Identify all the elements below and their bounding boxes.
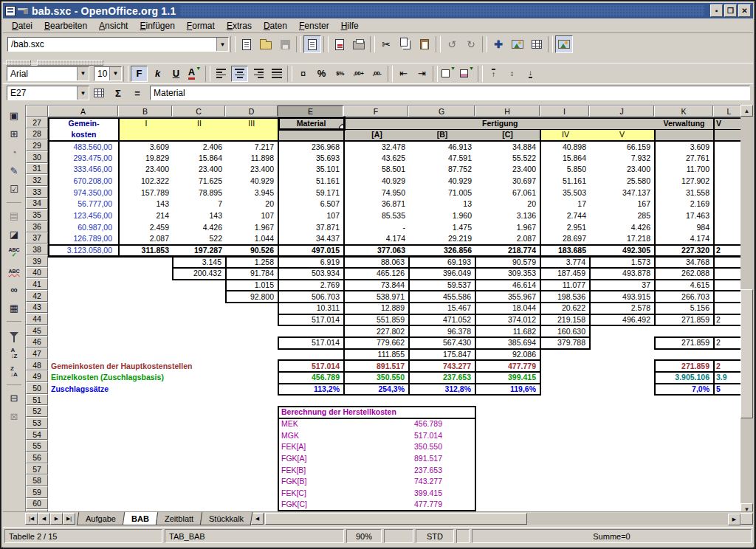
cell[interactable]: 3.609 <box>119 141 173 153</box>
cell[interactable]: Material <box>278 118 344 130</box>
cell[interactable]: 66.159 <box>590 141 655 153</box>
minimize-button[interactable]: ▪ <box>710 4 723 17</box>
row-header-29[interactable]: 29 <box>26 139 48 151</box>
cell[interactable]: 2.459 <box>119 221 173 233</box>
cell[interactable]: 34.437 <box>278 233 344 245</box>
cell[interactable] <box>714 233 744 245</box>
cell[interactable] <box>714 464 744 476</box>
cell[interactable] <box>540 418 590 430</box>
row-header-49[interactable]: 49 <box>26 370 48 382</box>
cell[interactable]: 51.161 <box>278 176 344 187</box>
row-header-52[interactable]: 52 <box>26 405 48 417</box>
cell[interactable]: 113,2% <box>278 384 344 396</box>
scroll-up-button[interactable]: ▲ <box>740 105 753 117</box>
cell[interactable] <box>226 441 278 453</box>
first-sheet-button[interactable]: |◀ <box>25 513 38 525</box>
cell[interactable] <box>49 407 119 418</box>
cell[interactable]: 3.123.058,00 <box>49 245 119 257</box>
cell[interactable]: [A] <box>344 129 409 141</box>
cell[interactable] <box>173 476 226 488</box>
cell[interactable]: 538.971 <box>344 291 409 303</box>
font-color-dropdown-icon[interactable]: ▼ <box>196 66 201 71</box>
horizontal-scrollbar[interactable]: ▶ <box>264 513 740 525</box>
cell[interactable]: kosten <box>49 129 119 141</box>
new-document-button[interactable] <box>238 35 255 53</box>
cell[interactable]: 1.967 <box>226 221 278 233</box>
cell[interactable]: 493.915 <box>590 291 655 303</box>
cell[interactable]: 6.919 <box>278 256 344 268</box>
cell[interactable]: 157.789 <box>119 187 173 198</box>
cell[interactable]: 17 <box>540 198 590 210</box>
horizontal-scroll-thumb[interactable] <box>265 513 527 525</box>
cell[interactable]: 35.101 <box>278 164 344 176</box>
cell[interactable]: Gemeinkosten der Hauptkostenstellen <box>49 360 278 372</box>
cell[interactable]: 46.913 <box>409 141 475 153</box>
name-box[interactable]: E27 ▼ <box>7 86 89 100</box>
redo-button[interactable]: ↻ <box>462 35 480 53</box>
cell[interactable] <box>173 441 226 453</box>
function-button[interactable]: = <box>129 86 145 100</box>
cell[interactable]: 35.693 <box>278 152 344 164</box>
cell[interactable]: 23.400 <box>475 164 540 176</box>
cell[interactable]: 503.934 <box>278 268 344 280</box>
cell[interactable] <box>714 221 744 233</box>
cell[interactable]: 58.501 <box>344 164 409 176</box>
cell[interactable]: 309.353 <box>475 268 540 280</box>
row-header-27[interactable]: 27 <box>26 117 48 128</box>
align-bottom-button[interactable]: ↓ <box>522 66 539 82</box>
cell[interactable]: 36.871 <box>344 198 409 210</box>
cell[interactable]: 227.802 <box>344 325 409 337</box>
add-decimal-button[interactable]: ,00+ <box>350 66 367 82</box>
cell[interactable]: 23.400 <box>226 164 278 176</box>
cell[interactable]: 379.788 <box>540 337 590 349</box>
cell[interactable] <box>49 429 119 441</box>
cell[interactable]: 28.697 <box>540 233 590 245</box>
cell[interactable] <box>590 441 655 453</box>
cell[interactable]: 3.609 <box>655 141 714 153</box>
cell[interactable]: 517.014 <box>409 429 475 441</box>
cell[interactable]: 59.537 <box>409 280 475 291</box>
cell[interactable] <box>590 349 655 361</box>
ungroup-button[interactable]: ⊠ <box>4 407 24 426</box>
export-pdf-button[interactable] <box>331 35 348 53</box>
cell[interactable] <box>714 325 744 337</box>
undo-button[interactable]: ↺ <box>443 35 461 53</box>
cell[interactable] <box>49 280 119 291</box>
cell[interactable]: 32.478 <box>344 141 409 153</box>
cell[interactable] <box>655 464 714 476</box>
cell[interactable]: 2 <box>714 337 744 349</box>
form-controls-button[interactable]: ☑ <box>4 180 24 198</box>
cell[interactable]: 219.158 <box>540 314 590 326</box>
cell[interactable]: 517.014 <box>278 360 344 372</box>
row-header-40[interactable]: 40 <box>26 267 48 279</box>
row-header-35[interactable]: 35 <box>26 209 48 221</box>
cell[interactable] <box>409 395 475 407</box>
cell[interactable]: Fertigung <box>344 118 655 130</box>
cell[interactable]: 15.864 <box>173 152 226 164</box>
cell[interactable] <box>226 337 278 349</box>
row-header-28[interactable]: 28 <box>26 128 48 140</box>
sum-button[interactable]: Σ <box>110 86 126 100</box>
cell[interactable]: 71.005 <box>409 187 475 198</box>
row-header-36[interactable]: 36 <box>26 221 48 232</box>
borders-button[interactable]: ▼ <box>440 66 457 82</box>
row-header-31[interactable]: 31 <box>26 163 48 175</box>
cell[interactable]: 23.400 <box>590 164 655 176</box>
zoom-panel[interactable]: 90% <box>346 529 382 543</box>
cell[interactable]: 506.703 <box>278 291 344 303</box>
cell[interactable] <box>540 441 590 453</box>
cell[interactable]: FEK[C] <box>278 488 409 500</box>
cell[interactable] <box>655 407 714 418</box>
delete-decimal-button[interactable]: ,00- <box>368 66 385 82</box>
navigator-button[interactable]: ✚ <box>489 35 507 53</box>
cell[interactable] <box>49 418 119 430</box>
cell[interactable] <box>173 129 226 141</box>
cell[interactable] <box>714 198 744 210</box>
cell[interactable]: 20.622 <box>540 303 590 314</box>
cell[interactable]: 1.967 <box>475 221 540 233</box>
gallery-button[interactable] <box>509 35 526 53</box>
cell[interactable] <box>655 395 714 407</box>
cell[interactable] <box>119 256 173 268</box>
cell[interactable]: 1.573 <box>590 256 655 268</box>
copy-button[interactable] <box>396 35 414 53</box>
